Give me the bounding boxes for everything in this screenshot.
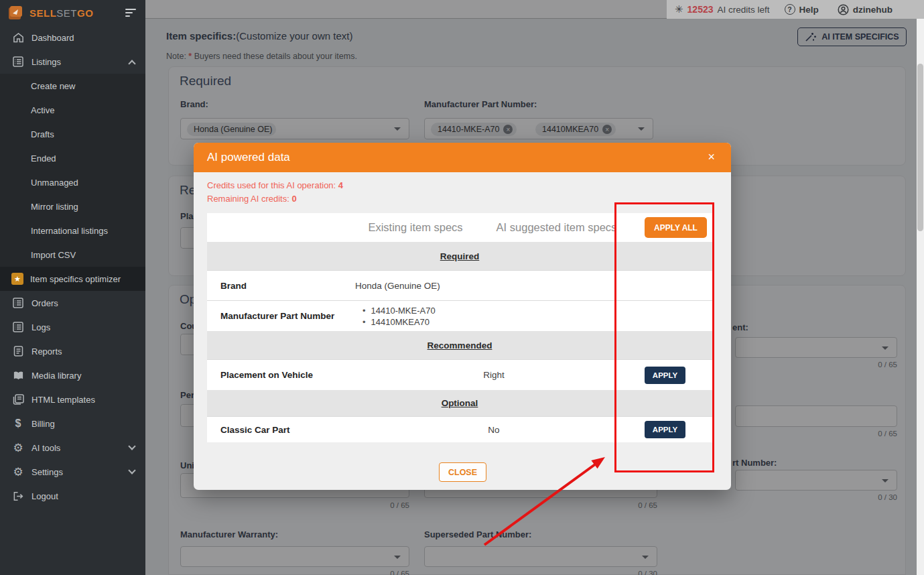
sidebar-item-logs[interactable]: Logs [0,315,145,339]
existing-specs-header: Existing item specs [355,213,476,242]
sidebar-item-ended[interactable]: Ended [0,146,145,170]
ai-credits-icon: ✳ [675,3,683,15]
scrollbar-thumb[interactable] [917,64,923,231]
dollar-icon: $ [11,418,25,430]
sidebar-item-ai-tools[interactable]: ⚙ AI tools [0,436,145,460]
home-icon [11,31,25,44]
sidebar-item-html-templates[interactable]: HTML templates [0,387,145,411]
close-icon[interactable]: × [708,151,715,163]
document-icon [11,345,25,357]
annotation-highlight-rectangle [614,202,714,472]
modal-credits-info: Credits used for this AI operation: 4 Re… [207,179,343,206]
sidebar: SELLSETGO Dashboard Listings Create new … [0,0,145,575]
star-icon: ★ [11,273,23,285]
credits-label: AI credits left [718,5,770,15]
sidebar-item-mirror-listing[interactable]: Mirror listing [0,194,145,218]
app-root: SELLSETGO Dashboard Listings Create new … [0,0,924,575]
credits-remaining-line: Remaining AI credits: 0 [207,192,343,206]
sidebar-item-logout[interactable]: Logout [0,484,145,508]
sidebar-item-import-csv[interactable]: Import CSV [0,243,145,267]
sidebar-item-item-specifics-optimizer[interactable]: ★ Item specifics optimizer [0,267,145,291]
suggested-value: No [427,417,561,442]
sidebar-item-create-new[interactable]: Create new [0,74,145,98]
sidebar-item-drafts[interactable]: Drafts [0,122,145,146]
credits-used-line: Credits used for this AI operation: 4 [207,179,343,192]
sidebar-item-international-listings[interactable]: International listings [0,218,145,243]
ai-credits: ✳ 12523 AI credits left [667,3,770,15]
sidebar-item-listings[interactable]: Listings [0,50,145,74]
logo-text: SELLSETGO [29,7,93,19]
sidebar-item-unmanaged[interactable]: Unmanaged [0,170,145,194]
help-menu[interactable]: ? Help [770,4,819,15]
row-label: Classic Car Part [220,417,290,442]
existing-value: Honda (Genuine OE) [355,271,440,300]
help-icon: ? [785,4,795,15]
gear-icon: ⚙ [11,442,25,454]
credits-value: 12523 [687,4,714,15]
chevron-down-icon [128,466,135,474]
listings-submenu: Create new Active Drafts Ended Unmanaged… [0,74,145,267]
existing-value-list: 14410-MKE-A70 14410MKEA70 [362,305,436,328]
modal-title: AI powered data [207,151,290,164]
list-icon [11,321,25,333]
user-menu[interactable]: dzinehub [819,4,893,15]
username: dzinehub [853,5,893,15]
book-icon [11,369,25,381]
list-icon [11,297,25,309]
ai-suggested-specs-header: AI suggested item specs [484,213,629,242]
logout-icon [11,490,25,502]
sidebar-item-active[interactable]: Active [0,98,145,122]
chevron-down-icon [128,442,135,450]
row-label: Placement on Vehicle [220,360,313,390]
sidebar-collapse-icon[interactable] [125,9,136,17]
row-label: Brand [220,271,247,300]
sidebar-item-media-library[interactable]: Media library [0,363,145,387]
sidebar-item-settings[interactable]: ⚙ Settings [0,460,145,484]
sidebar-item-dashboard[interactable]: Dashboard [0,25,145,50]
row-label: Manufacturer Part Number [220,301,334,331]
sidebar-item-billing[interactable]: $ Billing [0,411,145,436]
chevron-up-icon [128,60,135,67]
suggested-value: Right [427,360,561,390]
user-icon [838,4,849,15]
sellsetgo-logo-icon [7,5,24,21]
modal-header: AI powered data × [194,143,731,172]
topbar-widgets: ✳ 12523 AI credits left ? Help dzinehub [667,0,924,19]
layers-icon [11,393,25,405]
sidebar-item-reports[interactable]: Reports [0,339,145,363]
gear-icon: ⚙ [11,466,25,478]
list-icon [11,56,25,68]
scrollbar-track[interactable] [917,19,924,575]
help-label: Help [799,5,819,15]
sidebar-item-orders[interactable]: Orders [0,291,145,315]
modal-close-button[interactable]: CLOSE [439,462,486,482]
logo[interactable]: SELLSETGO [0,0,145,25]
